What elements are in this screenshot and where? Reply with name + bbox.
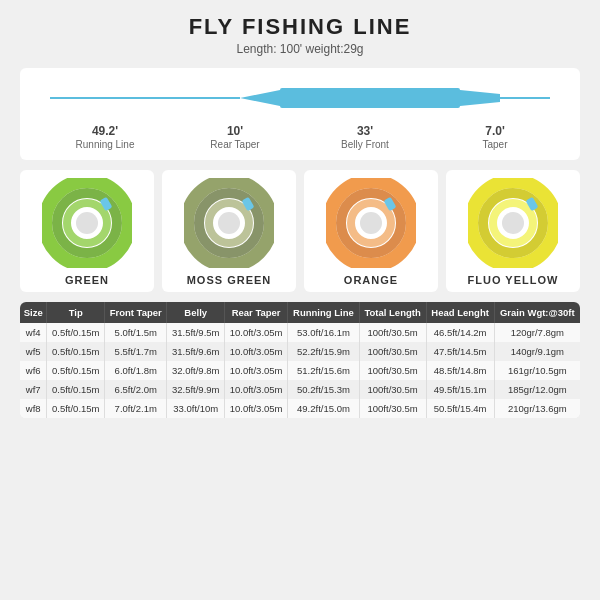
table-cell: 50.2ft/15.3m <box>288 380 359 399</box>
table-cell: wf4 <box>20 323 47 342</box>
table-cell: 0.5ft/0.15m <box>47 380 105 399</box>
table-row: wf70.5ft/0.15m6.5ft/2.0m32.5ft/9.9m10.0f… <box>20 380 580 399</box>
table-cell: 10.0ft/3.05m <box>225 380 288 399</box>
table-row: wf80.5ft/0.15m7.0ft/2.1m33.0ft/10m10.0ft… <box>20 399 580 418</box>
header: FLY FISHING LINE Length: 100' weight:29g <box>189 0 412 60</box>
table-cell: 10.0ft/3.05m <box>225 399 288 418</box>
table-cell: 100ft/30.5m <box>359 380 426 399</box>
table-cell: 32.5ft/9.9m <box>167 380 225 399</box>
swatch-green-label: GREEN <box>65 274 109 286</box>
table-cell: 46.5ft/14.2m <box>426 323 494 342</box>
table-cell: 100ft/30.5m <box>359 399 426 418</box>
label-belly: 33' Belly Front <box>300 124 430 150</box>
table-cell: 0.5ft/0.15m <box>47 399 105 418</box>
swatch-green: GREEN <box>20 170 154 292</box>
label-taper: 7.0' Taper <box>430 124 560 150</box>
color-swatches: GREEN MOSS GREEN <box>20 170 580 292</box>
table-cell: 6.5ft/2.0m <box>105 380 167 399</box>
table-cell: 49.2ft/15.0m <box>288 399 359 418</box>
col-belly: Belly <box>167 302 225 323</box>
col-front-taper: Front Taper <box>105 302 167 323</box>
table-cell: 10.0ft/3.05m <box>225 361 288 380</box>
coil-moss <box>184 178 274 268</box>
swatch-moss-label: MOSS GREEN <box>187 274 272 286</box>
table-cell: 10.0ft/3.05m <box>225 323 288 342</box>
table-row: wf40.5ft/0.15m5.0ft/1.5m31.5ft/9.5m10.0f… <box>20 323 580 342</box>
col-grain-wgt: Grain Wgt:@30ft <box>494 302 580 323</box>
table-cell: 140gr/9.1gm <box>494 342 580 361</box>
table-cell: 31.5ft/9.5m <box>167 323 225 342</box>
table-cell: wf6 <box>20 361 47 380</box>
label-running: 49.2' Running Line <box>40 124 170 150</box>
svg-point-8 <box>76 212 98 234</box>
line-visual <box>40 80 560 116</box>
swatch-orange: ORANGE <box>304 170 438 292</box>
table-cell: wf7 <box>20 380 47 399</box>
table-cell: 50.5ft/15.4m <box>426 399 494 418</box>
table-cell: 210gr/13.6gm <box>494 399 580 418</box>
line-diagram: 49.2' Running Line 10' Rear Taper 33' Be… <box>20 68 580 160</box>
table-cell: 120gr/7.8gm <box>494 323 580 342</box>
table-cell: wf5 <box>20 342 47 361</box>
col-rear-taper: Rear Taper <box>225 302 288 323</box>
specs-table: Size Tip Front Taper Belly Rear Taper Ru… <box>20 302 580 418</box>
table-cell: 31.5ft/9.6m <box>167 342 225 361</box>
table-cell: 47.5ft/14.5m <box>426 342 494 361</box>
svg-rect-2 <box>280 88 460 108</box>
svg-point-23 <box>502 212 524 234</box>
header-subtitle: Length: 100' weight:29g <box>189 42 412 56</box>
table-cell: 51.2ft/15.6m <box>288 361 359 380</box>
label-rear-taper: 10' Rear Taper <box>170 124 300 150</box>
coil-orange <box>326 178 416 268</box>
table-header-row: Size Tip Front Taper Belly Rear Taper Ru… <box>20 302 580 323</box>
coil-green <box>42 178 132 268</box>
svg-point-18 <box>360 212 382 234</box>
page-title: FLY FISHING LINE <box>189 14 412 40</box>
table-row: wf50.5ft/0.15m5.5ft/1.7m31.5ft/9.6m10.0f… <box>20 342 580 361</box>
table-cell: 100ft/30.5m <box>359 361 426 380</box>
specs-table-wrap: Size Tip Front Taper Belly Rear Taper Ru… <box>20 302 580 418</box>
table-cell: 0.5ft/0.15m <box>47 361 105 380</box>
table-cell: 52.2ft/15.9m <box>288 342 359 361</box>
table-cell: 32.0ft/9.8m <box>167 361 225 380</box>
svg-marker-3 <box>460 90 500 106</box>
table-cell: 100ft/30.5m <box>359 323 426 342</box>
table-cell: wf8 <box>20 399 47 418</box>
table-cell: 49.5ft/15.1m <box>426 380 494 399</box>
line-labels: 49.2' Running Line 10' Rear Taper 33' Be… <box>40 124 560 150</box>
table-cell: 33.0ft/10m <box>167 399 225 418</box>
table-body: wf40.5ft/0.15m5.0ft/1.5m31.5ft/9.5m10.0f… <box>20 323 580 418</box>
svg-point-13 <box>218 212 240 234</box>
table-cell: 7.0ft/2.1m <box>105 399 167 418</box>
table-cell: 161gr/10.5gm <box>494 361 580 380</box>
table-cell: 0.5ft/0.15m <box>47 342 105 361</box>
col-total-length: Total Length <box>359 302 426 323</box>
swatch-moss: MOSS GREEN <box>162 170 296 292</box>
table-cell: 100ft/30.5m <box>359 342 426 361</box>
swatch-yellow-label: FLUO YELLOW <box>468 274 559 286</box>
table-row: wf60.5ft/0.15m6.0ft/1.8m32.0ft/9.8m10.0f… <box>20 361 580 380</box>
swatch-yellow: FLUO YELLOW <box>446 170 580 292</box>
col-tip: Tip <box>47 302 105 323</box>
page: FLY FISHING LINE Length: 100' weight:29g… <box>0 0 600 600</box>
table-cell: 5.0ft/1.5m <box>105 323 167 342</box>
table-cell: 185gr/12.0gm <box>494 380 580 399</box>
table-cell: 6.0ft/1.8m <box>105 361 167 380</box>
table-cell: 10.0ft/3.05m <box>225 342 288 361</box>
swatch-orange-label: ORANGE <box>344 274 398 286</box>
coil-yellow <box>468 178 558 268</box>
table-cell: 5.5ft/1.7m <box>105 342 167 361</box>
table-cell: 48.5ft/14.8m <box>426 361 494 380</box>
table-cell: 0.5ft/0.15m <box>47 323 105 342</box>
col-running-line: Running Line <box>288 302 359 323</box>
col-size: Size <box>20 302 47 323</box>
line-svg <box>40 80 560 116</box>
col-head-length: Head Lenght <box>426 302 494 323</box>
table-cell: 53.0ft/16.1m <box>288 323 359 342</box>
